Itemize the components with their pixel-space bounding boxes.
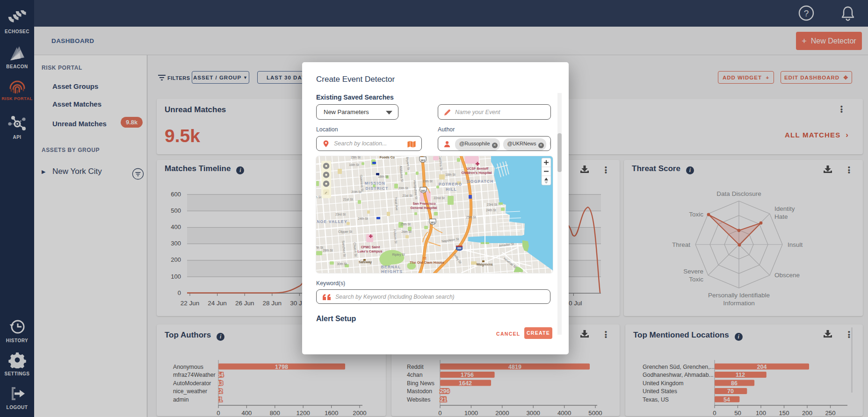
svg-text:26th St: 26th St <box>401 230 412 233</box>
svg-text:HILL: HILL <box>446 187 457 192</box>
svg-text:18th St: 18th St <box>445 173 456 176</box>
svg-text:h St: h St <box>316 195 321 199</box>
svg-text:24th St: 24th St <box>358 217 368 220</box>
svg-text:Safeway: Safeway <box>359 260 372 264</box>
svg-text:18th St: 18th St <box>378 175 388 178</box>
svg-text:Ripley St: Ripley St <box>392 253 405 257</box>
svg-text:22nd St: 22nd St <box>434 196 445 200</box>
svg-text:NOE VALLEY: NOE VALLEY <box>317 219 347 224</box>
svg-text:Foods Co: Foods Co <box>380 156 395 159</box>
svg-text:Luke's Campus: Luke's Campus <box>358 249 383 253</box>
svg-text:280: 280 <box>457 247 462 250</box>
svg-text:30th St: 30th St <box>337 262 347 266</box>
svg-text:The Old Clam House: The Old Clam House <box>410 260 444 265</box>
svg-text:101: 101 <box>420 159 426 162</box>
svg-text:23rd St: 23rd St <box>335 213 346 216</box>
svg-text:UCSF Benioff: UCSF Benioff <box>467 166 489 171</box>
svg-text:101: 101 <box>430 221 435 224</box>
svg-text:28th St: 28th St <box>323 249 333 252</box>
svg-text:21st St: 21st St <box>343 198 353 201</box>
svg-text:25th St: 25th St <box>400 223 411 226</box>
svg-text:CPMC Saint: CPMC Saint <box>361 245 380 249</box>
svg-text:DOGPATCH: DOGPATCH <box>467 179 494 184</box>
svg-text:POTRERO: POTRERO <box>439 182 462 187</box>
svg-text:16th St: 16th St <box>349 163 359 166</box>
svg-text:BERNAL: BERNAL <box>381 265 401 269</box>
svg-text:23rd St: 23rd St <box>487 203 497 206</box>
svg-text:¶¶: ¶¶ <box>423 257 427 260</box>
svg-text:21st St: 21st St <box>402 194 412 197</box>
svg-text:25th St: 25th St <box>466 216 476 219</box>
svg-text:General Hospital: General Hospital <box>410 206 437 210</box>
svg-text:Walgreens: Walgreens <box>476 263 492 266</box>
svg-text:7th St: 7th St <box>316 246 323 249</box>
svg-text:24th St: 24th St <box>486 208 496 212</box>
svg-text:19th St: 19th St <box>422 180 433 183</box>
svg-text:101: 101 <box>421 189 426 192</box>
svg-text:HEIGHTS: HEIGHTS <box>381 269 403 273</box>
svg-text:15th St: 15th St <box>350 156 361 159</box>
svg-text:20th St: 20th St <box>351 190 362 194</box>
svg-text:20th St: 20th St <box>398 187 408 190</box>
svg-text:Children's Hospital: Children's Hospital <box>461 171 492 175</box>
svg-text:MISSION: MISSION <box>365 181 385 186</box>
svg-text:Clipper St: Clipper St <box>338 230 352 234</box>
svg-text:San Francisco: San Francisco <box>412 201 436 206</box>
svg-text:DISTRICT: DISTRICT <box>366 186 389 191</box>
